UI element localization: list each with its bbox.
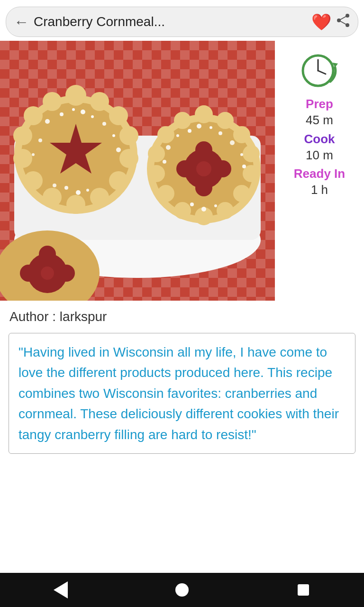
- info-panel: Prep 45 m Cook 10 m Ready In 1 h: [275, 41, 364, 301]
- main-content: Prep 45 m Cook 10 m Ready In 1 h: [0, 41, 364, 301]
- page-title: Cranberry Cornmeal...: [34, 14, 311, 29]
- home-nav-button[interactable]: [168, 576, 196, 604]
- author-section: Author : larkspur: [0, 301, 364, 328]
- ready-label: Ready In: [294, 166, 345, 181]
- ready-value: 1 h: [311, 181, 328, 198]
- svg-line-4: [339, 20, 347, 25]
- back-nav-button[interactable]: [46, 576, 75, 604]
- recent-nav-button[interactable]: [289, 576, 318, 604]
- quote-text: "Having lived in Wisconsin all my life, …: [18, 345, 339, 442]
- bottom-nav: [0, 573, 364, 607]
- prep-value: 45 m: [306, 111, 333, 129]
- cook-value: 10 m: [306, 147, 333, 164]
- cook-label: Cook: [304, 132, 335, 147]
- food-image: [0, 41, 275, 301]
- back-button[interactable]: ←: [14, 13, 29, 31]
- quote-box: "Having lived in Wisconsin all my life, …: [9, 333, 355, 454]
- heart-icon[interactable]: ❤️: [311, 12, 331, 31]
- prep-label: Prep: [306, 97, 333, 111]
- svg-line-3: [339, 16, 347, 20]
- svg-rect-83: [0, 41, 275, 301]
- top-bar: ← Cranberry Cornmeal... ❤️: [6, 7, 358, 37]
- clock-icon: [298, 49, 341, 92]
- author-text: Author : larkspur: [9, 309, 107, 324]
- share-icon[interactable]: [336, 13, 350, 31]
